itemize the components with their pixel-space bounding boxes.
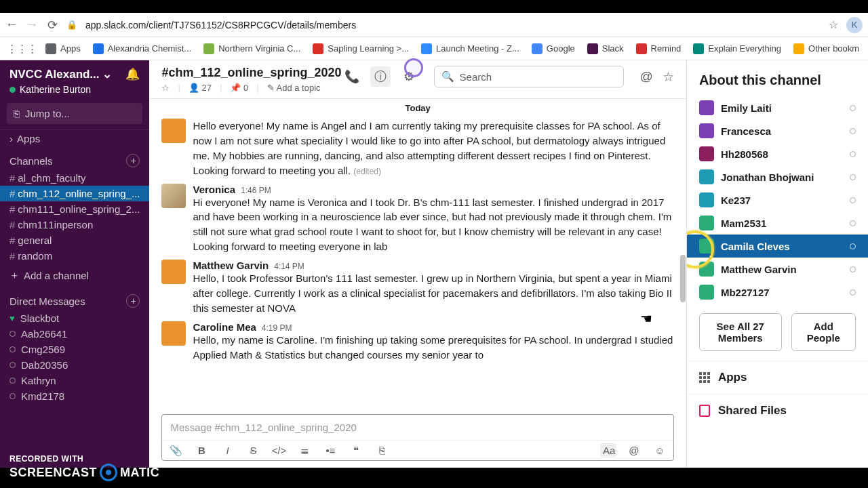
message-author[interactable]: Matthew Garvin [193,260,269,271]
channel-item[interactable]: #al_chm_faculty [0,170,149,186]
bookmark-item[interactable]: Apps [45,43,81,54]
avatar[interactable] [161,260,186,284]
member-item[interactable]: Ke237 [687,188,868,211]
avatar[interactable] [161,321,186,346]
add-channel-button[interactable]: ＋Add a channel [0,264,149,287]
avatar[interactable] [161,184,186,208]
member-item[interactable]: Emily Laiti [687,96,868,119]
notifications-bell-icon[interactable]: 🔔 [125,67,140,81]
jump-to-input[interactable]: ⎘Jump to... [7,103,142,124]
scrollbar[interactable] [680,255,686,302]
message-author[interactable]: Caroline Mea [193,321,256,333]
avatar[interactable] [161,119,186,143]
search-icon: 🔍 [441,70,454,83]
member-avatar [699,216,714,230]
chevron-down-icon: ⌄ [102,67,112,81]
apps-section[interactable]: Apps [687,361,868,394]
channel-title[interactable]: #chm_112_online_spring_2020 [161,66,341,80]
member-name: Hh280568 [721,148,768,160]
member-item[interactable]: Camila Cleves [687,235,868,258]
add-channel-icon[interactable]: + [126,154,140,167]
member-item[interactable]: Jonathan Bhojwani [687,165,868,188]
member-count[interactable]: 👤 27 [189,83,212,93]
workspace-name[interactable]: NVCC Alexand... ⌄ [9,67,112,81]
gear-icon[interactable]: ⚙ [399,66,419,87]
browser-profile-avatar[interactable]: K [846,17,863,33]
star-channel-icon[interactable]: ☆ [161,83,170,93]
dm-item[interactable]: Kmd2178 [0,388,149,404]
presence-away-icon [9,378,16,384]
channels-section-header[interactable]: Channels+ [0,147,149,170]
bookmark-favicon-icon [587,43,598,54]
starred-icon[interactable]: ☆ [663,69,674,85]
dm-item[interactable]: ♥Slackbot [0,310,149,326]
bookmark-star-icon[interactable]: ☆ [829,18,838,31]
call-icon[interactable]: 📞 [342,66,362,87]
bookmark-item[interactable]: Slack [587,43,624,54]
quote-icon[interactable]: ❝ [348,445,364,457]
format-toggle-icon[interactable]: Aa [600,443,616,458]
bookmark-item[interactable]: Other bookm [793,43,859,54]
member-item[interactable]: Mam2531 [687,211,868,235]
dm-item[interactable]: Dab20356 [0,357,149,373]
ordered-list-icon[interactable]: ≣ [296,445,313,457]
composer-input[interactable]: Message #chm_112_online_spring_2020 [162,415,673,440]
forward-button[interactable]: → [26,19,38,31]
bookmark-item[interactable]: Explain Everything [693,43,781,54]
channel-item[interactable]: #chm111_online_spring_2... [0,201,149,217]
search-input[interactable]: 🔍Search [434,66,624,87]
apps-grid-icon [699,372,710,383]
channel-item[interactable]: #random [0,248,149,264]
mention-icon[interactable]: @ [626,445,642,456]
dm-item[interactable]: Kathryn [0,373,149,388]
member-item[interactable]: Francesca [687,119,868,142]
member-item[interactable]: Mb227127 [687,281,868,304]
info-icon[interactable]: ⓘ [370,66,391,87]
bookmark-item[interactable]: Sapling Learning >... [313,43,409,54]
presence-dot-icon [9,87,16,93]
emoji-icon[interactable]: ☺ [652,445,668,456]
add-dm-icon[interactable]: + [126,294,140,308]
presence-icon [850,266,856,272]
apps-drawer[interactable]: ›Apps [0,129,149,147]
strike-icon[interactable]: S [245,445,261,456]
member-name: Camila Cleves [721,241,790,252]
pin-count[interactable]: 📌 0 [230,83,248,93]
current-user[interactable]: Katherine Burton [0,84,149,102]
bookmark-item[interactable]: Northern Virginia C... [203,43,300,54]
member-item[interactable]: Hh280568 [687,142,868,165]
codeblock-icon[interactable]: ⎘ [374,445,390,456]
bullet-list-icon[interactable]: •≡ [322,445,338,456]
add-people-button[interactable]: Add People [791,313,856,351]
member-avatar [699,100,714,115]
message-author[interactable]: Veronica [193,184,235,195]
dm-item[interactable]: Cmg2569 [0,342,149,357]
watermark-ring-icon [100,464,117,481]
bookmark-item[interactable]: Google [532,43,575,54]
apps-grid-icon[interactable]: ⋮⋮⋮ [7,43,37,55]
add-topic-link[interactable]: ✎ Add a topic [267,83,321,93]
mentions-icon[interactable]: @ [640,69,653,84]
see-all-members-button[interactable]: See All 27 Members [699,313,782,351]
reload-button[interactable]: ⟳ [46,19,58,31]
bold-icon[interactable]: B [193,445,210,456]
presence-icon [850,128,856,134]
italic-icon[interactable]: I [219,445,235,456]
message-item: Hello everyone! My name is Angel and I a… [149,116,686,181]
bookmark-item[interactable]: Alexandria Chemist... [93,43,192,54]
channel-item[interactable]: #chm111inperson [0,217,149,232]
dm-section-header[interactable]: Direct Messages+ [0,287,149,310]
dm-item[interactable]: Aab26641 [0,326,149,342]
code-icon[interactable]: </> [271,445,287,456]
date-divider: Today [149,102,686,116]
shared-files-section[interactable]: Shared Files [687,394,868,427]
back-button[interactable]: ← [5,19,18,31]
bookmark-item[interactable]: Remind [636,43,682,54]
bookmark-item[interactable]: Launch Meeting - Z... [421,43,519,54]
address-bar[interactable]: app.slack.com/client/TJ7S61152/CS8RPCGCV… [85,20,821,30]
bookmark-favicon-icon [421,43,432,54]
channel-item[interactable]: #general [0,232,149,248]
channel-item[interactable]: #chm_112_online_spring_... [0,186,149,201]
attach-icon[interactable]: 📎 [167,445,184,457]
member-item[interactable]: Matthew Garvin [687,258,868,281]
